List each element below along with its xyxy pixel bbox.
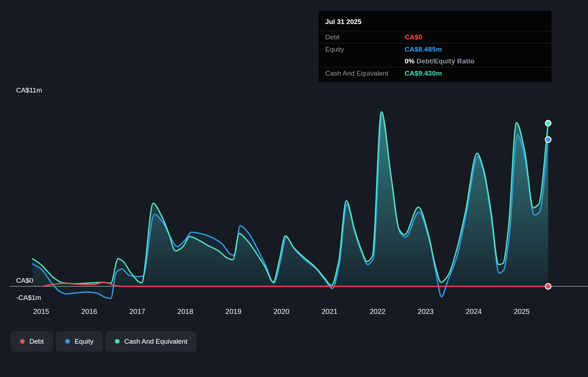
tooltip-row-value: 0% Debt/Equity Ratio bbox=[405, 57, 474, 65]
legend-dot-icon bbox=[20, 339, 25, 344]
chart-legend: DebtEquityCash And Equivalent bbox=[11, 331, 197, 352]
legend-dot-icon bbox=[65, 339, 70, 344]
x-axis-label: 2023 bbox=[410, 307, 442, 316]
tooltip-date: Jul 31 2025 bbox=[319, 15, 551, 31]
x-axis-label: 2016 bbox=[73, 307, 105, 316]
y-axis-label: CA$0 bbox=[16, 277, 33, 285]
y-axis-label: CA$11m bbox=[16, 86, 42, 94]
tooltip-rows: DebtCA$0EquityCA$8.485m0% Debt/Equity Ra… bbox=[319, 31, 551, 79]
tooltip-row: Cash And EquivalentCA$9.430m bbox=[319, 67, 551, 79]
equity-end-marker bbox=[545, 137, 551, 142]
chart-tooltip: Jul 31 2025 DebtCA$0EquityCA$8.485m0% De… bbox=[319, 11, 551, 82]
x-axis-label: 2017 bbox=[121, 307, 153, 316]
x-axis-label: 2025 bbox=[506, 307, 538, 316]
cash-and-equivalent-area bbox=[33, 112, 548, 286]
tooltip-row-label: Cash And Equivalent bbox=[325, 70, 405, 77]
tooltip-row: 0% Debt/Equity Ratio bbox=[319, 55, 551, 67]
legend-label: Cash And Equivalent bbox=[124, 338, 187, 345]
x-axis-label: 2024 bbox=[458, 307, 490, 316]
tooltip-row-value: CA$0 bbox=[405, 33, 422, 41]
tooltip-row-label: Debt bbox=[325, 33, 405, 41]
x-axis-label: 2020 bbox=[265, 307, 298, 316]
debt-end-marker bbox=[545, 283, 551, 289]
legend-dot-icon bbox=[115, 339, 120, 344]
x-axis-label: 2018 bbox=[169, 307, 202, 316]
debt-equity-chart: CA$11mCA$0-CA$1m 20152016201720182019202… bbox=[0, 0, 588, 377]
cash-and-equivalent-end-marker bbox=[545, 120, 551, 126]
legend-item-debt[interactable]: Debt bbox=[11, 331, 53, 352]
tooltip-row: EquityCA$8.485m bbox=[319, 43, 551, 55]
tooltip-row-value: CA$8.485m bbox=[405, 46, 442, 53]
legend-label: Debt bbox=[29, 338, 44, 345]
x-axis-label: 2015 bbox=[25, 307, 57, 316]
x-axis-label: 2019 bbox=[217, 307, 250, 316]
x-axis-label: 2021 bbox=[313, 307, 346, 316]
legend-item-equity[interactable]: Equity bbox=[56, 331, 103, 352]
legend-label: Equity bbox=[74, 338, 93, 345]
y-axis-label: -CA$1m bbox=[16, 294, 41, 302]
x-axis-label: 2022 bbox=[361, 307, 394, 316]
tooltip-row-value: CA$9.430m bbox=[405, 70, 442, 77]
tooltip-row-label: Equity bbox=[325, 46, 405, 53]
tooltip-row: DebtCA$0 bbox=[319, 31, 551, 43]
legend-item-cash-and-equivalent[interactable]: Cash And Equivalent bbox=[106, 331, 197, 352]
